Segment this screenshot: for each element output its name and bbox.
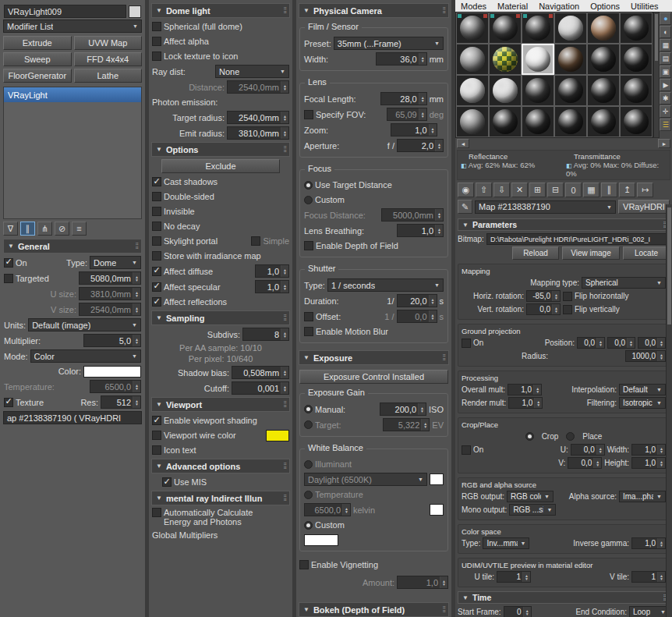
wire-color-swatch[interactable] xyxy=(266,430,289,441)
position-x-spinner[interactable]: 0,0 xyxy=(577,337,605,349)
overall-mult-spinner[interactable]: 1,0 xyxy=(508,384,542,395)
store-irradiance-checkbox[interactable] xyxy=(152,251,161,261)
time-rollout-header[interactable]: Time xyxy=(458,591,670,604)
mapping-type-dropdown[interactable]: Spherical xyxy=(582,277,666,289)
enable-viewport-shading-checkbox[interactable] xyxy=(152,416,161,425)
affect-reflections-checkbox[interactable] xyxy=(152,297,161,307)
ground-radius-spinner[interactable]: 1000,0 xyxy=(625,350,666,362)
double-sided-checkbox[interactable] xyxy=(152,192,161,201)
ground-on-checkbox[interactable] xyxy=(462,339,471,348)
assign-material-to-selection-icon[interactable]: ⇩ xyxy=(493,183,510,197)
targeted-checkbox[interactable] xyxy=(4,274,13,283)
material-sample-slot[interactable] xyxy=(522,106,554,137)
modifier-button-ffd[interactable]: FFD 4x4x4 xyxy=(74,52,143,66)
viewport-rollout-header[interactable]: Viewport xyxy=(151,397,290,412)
end-condition-dropdown[interactable]: Loop xyxy=(629,606,670,617)
material-id-channel-icon[interactable]: 0 xyxy=(565,183,582,197)
enable-vignetting-checkbox[interactable] xyxy=(299,560,309,569)
light-type-dropdown[interactable]: Dome xyxy=(90,256,141,269)
parameters-rollout-header[interactable]: Parameters xyxy=(458,218,670,231)
interpolation-dropdown[interactable]: Default xyxy=(619,384,666,395)
material-sample-slot[interactable] xyxy=(554,44,587,75)
target-radius-spinner[interactable]: 2540,0mm xyxy=(227,111,289,124)
film-width-spinner[interactable]: 36,0 xyxy=(376,52,427,66)
affect-diffuse-checkbox[interactable] xyxy=(152,267,161,276)
menu-material[interactable]: Material xyxy=(492,2,533,11)
preset-dropdown[interactable]: 35mm (...Frame) xyxy=(334,37,444,50)
specify-fov-checkbox[interactable] xyxy=(304,110,313,119)
background-icon[interactable]: ▦ xyxy=(660,39,671,51)
lens-breathing-spinner[interactable]: 1,0 xyxy=(397,224,444,237)
cast-shadows-checkbox[interactable] xyxy=(152,177,161,186)
advanced-options-rollout-header[interactable]: Advanced options xyxy=(151,459,290,473)
mono-output-dropdown[interactable]: RGB ...sity xyxy=(509,504,556,516)
backlight-icon[interactable]: ◐ xyxy=(660,26,671,38)
make-material-copy-icon[interactable]: ⊞ xyxy=(529,183,546,197)
target-distance-spinner[interactable]: 5080,0mm xyxy=(79,271,141,285)
start-frame-spinner[interactable]: 0 xyxy=(504,606,532,617)
material-sample-slot[interactable] xyxy=(522,44,554,75)
make-unique-icon[interactable]: ⋔ xyxy=(37,222,52,236)
mental-ray-rollout-header[interactable]: mental ray Indirect Illun xyxy=(151,491,290,505)
flip-horizontally-checkbox[interactable] xyxy=(563,292,572,301)
object-name-field[interactable]: VRayLight009 xyxy=(4,5,126,18)
crop-radio[interactable] xyxy=(525,432,534,441)
sampling-rollout-header[interactable]: Sampling xyxy=(151,310,290,325)
locate-button[interactable]: Locate xyxy=(623,246,670,260)
go-to-parent-icon[interactable]: ↥ xyxy=(619,183,635,197)
spherical-checkbox[interactable] xyxy=(152,22,161,31)
put-material-to-scene-icon[interactable]: ⇧ xyxy=(476,183,492,197)
no-decay-checkbox[interactable] xyxy=(152,222,161,231)
enable-motion-blur-checkbox[interactable] xyxy=(304,327,313,336)
texture-checkbox[interactable] xyxy=(4,398,13,407)
wb-temperature-radio[interactable] xyxy=(304,491,313,499)
material-editor-options-icon[interactable]: ✱ xyxy=(660,92,671,105)
crop-v-spinner[interactable]: 0,0 xyxy=(568,457,602,469)
material-sample-slot[interactable] xyxy=(620,12,653,44)
vert-rotation-spinner[interactable]: 0,0 xyxy=(526,303,561,315)
material-sample-slot[interactable] xyxy=(456,75,489,106)
material-sample-slot[interactable] xyxy=(554,12,587,44)
material-map-navigator-icon[interactable]: ☰ xyxy=(660,119,671,131)
rgb-output-dropdown[interactable]: RGB color xyxy=(507,491,554,502)
filtering-dropdown[interactable]: Isotropic xyxy=(619,397,666,409)
scroll-left-icon[interactable]: ◄ xyxy=(457,139,469,148)
shadow-bias-spinner[interactable]: 0,508mm xyxy=(232,366,289,379)
focus-custom-radio[interactable] xyxy=(304,196,313,204)
iso-spinner[interactable]: 200,0 xyxy=(380,402,426,416)
pin-stack-icon[interactable]: ∇ xyxy=(3,222,18,236)
view-image-button[interactable]: View image xyxy=(562,246,620,260)
sample-uv-tiling-icon[interactable]: ▤ xyxy=(660,52,671,65)
make-preview-icon[interactable]: ▶ xyxy=(660,79,671,91)
wb-custom-swatch[interactable] xyxy=(304,534,338,546)
u-tile-spinner[interactable]: 1 xyxy=(497,571,531,583)
manual-iso-radio[interactable] xyxy=(304,405,313,413)
material-sample-slot[interactable] xyxy=(587,44,620,75)
aperture-spinner[interactable]: 2,0 xyxy=(397,139,444,152)
options-rollout-header[interactable]: Options xyxy=(151,142,290,157)
material-sample-slot[interactable] xyxy=(587,12,620,44)
exclude-button[interactable]: Exclude xyxy=(161,159,280,173)
pick-material-eyedropper-icon[interactable]: ✎ xyxy=(458,200,472,214)
material-sample-slot[interactable] xyxy=(522,12,554,44)
place-radio[interactable] xyxy=(566,432,575,441)
map-name-dropdown[interactable]: Map #2138387190 xyxy=(475,200,616,214)
position-y-spinner[interactable]: 0,0 xyxy=(607,337,635,349)
enable-dof-checkbox[interactable] xyxy=(304,241,313,250)
map-type-button[interactable]: VRayHDRI xyxy=(618,200,670,214)
v-tile-spinner[interactable]: 1 xyxy=(631,571,666,583)
inverse-gamma-spinner[interactable]: 1,0 xyxy=(631,537,666,549)
crop-height-spinner[interactable]: 1,0 xyxy=(631,457,666,469)
modifier-stack[interactable]: VRayLight xyxy=(3,87,142,219)
affect-diffuse-spinner[interactable]: 1,0 xyxy=(255,264,289,278)
texture-map-slot-button[interactable]: ap #2138387190 ( VRayHDRI xyxy=(3,411,142,424)
ray-dist-dropdown[interactable]: None xyxy=(215,65,289,78)
offset-checkbox[interactable] xyxy=(304,312,313,321)
zoom-spinner[interactable]: 1,0 xyxy=(391,123,437,137)
modifier-button-lathe[interactable]: Lathe xyxy=(74,69,143,83)
emit-radius-spinner[interactable]: 3810,0mm xyxy=(227,126,289,140)
cutoff-spinner[interactable]: 0,001 xyxy=(232,381,289,395)
modifier-button-uvw-map[interactable]: UVW Map xyxy=(74,36,143,50)
show-end-result-icon[interactable]: ∥ xyxy=(601,183,617,197)
sample-type-sphere-icon[interactable]: ● xyxy=(660,12,671,25)
